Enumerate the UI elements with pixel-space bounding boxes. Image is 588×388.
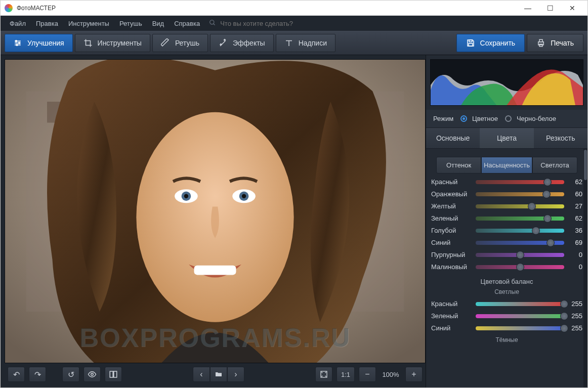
scrollbar[interactable] xyxy=(583,149,587,387)
slider-label: Малиновый xyxy=(431,263,472,271)
actual-size-button[interactable]: 1:1 xyxy=(337,367,355,382)
slider-thumb[interactable] xyxy=(516,251,524,259)
minimize-button[interactable]: — xyxy=(517,1,539,15)
slider-value: 36 xyxy=(568,227,582,234)
tab-effects[interactable]: Эффекты xyxy=(210,34,274,52)
menu-view[interactable]: Вид xyxy=(148,18,169,29)
radio-icon xyxy=(460,115,467,122)
menu-file[interactable]: Файл xyxy=(6,18,30,29)
slider-track[interactable] xyxy=(476,217,564,221)
tab-text[interactable]: Надписи xyxy=(276,34,335,52)
mode-row: Режим Цветное Черно-белое xyxy=(426,110,587,128)
tab-enhancements[interactable]: Улучшения xyxy=(5,34,73,52)
fit-button[interactable] xyxy=(315,367,332,382)
tab-label: Ретушь xyxy=(175,39,199,47)
slider-thumb[interactable] xyxy=(528,202,536,210)
compare-icon xyxy=(109,370,118,379)
tab-colors[interactable]: Цвета xyxy=(480,128,533,149)
slider-thumb[interactable] xyxy=(560,300,568,308)
slider-thumb[interactable] xyxy=(542,190,551,198)
slider-thumb[interactable] xyxy=(547,239,555,247)
search-icon xyxy=(209,19,216,28)
slider-thumb[interactable] xyxy=(560,312,568,320)
print-label: Печать xyxy=(551,39,574,47)
menu-edit[interactable]: Правка xyxy=(32,18,62,29)
slider-value: 255 xyxy=(568,312,582,320)
slider-track[interactable] xyxy=(476,204,564,208)
window-title: ФотоМАСТЕР xyxy=(17,5,517,12)
slider-thumb[interactable] xyxy=(560,324,568,332)
prev-image-button[interactable]: ‹ xyxy=(193,367,210,382)
save-label: Сохранить xyxy=(480,39,516,47)
reset-button[interactable]: ↺ xyxy=(62,367,79,382)
tab-retouch[interactable]: Ретушь xyxy=(152,34,208,52)
subtab-hue[interactable]: Оттенок xyxy=(436,157,481,174)
print-button[interactable]: Печать xyxy=(527,34,583,52)
mode-color-radio[interactable]: Цветное xyxy=(460,115,498,122)
undo-button[interactable]: ↶ xyxy=(8,367,25,382)
slider-track[interactable] xyxy=(476,326,564,330)
slider-value: 62 xyxy=(568,214,582,222)
tab-sharpness[interactable]: Резкость xyxy=(534,128,587,149)
app-logo-icon xyxy=(5,4,13,12)
subtab-saturation[interactable]: Насыщенность xyxy=(481,157,532,174)
zoom-in-button[interactable]: + xyxy=(405,367,423,382)
save-icon xyxy=(466,38,475,48)
slider-value: 255 xyxy=(568,300,582,308)
svg-rect-11 xyxy=(539,39,542,42)
compare-button[interactable] xyxy=(105,367,122,382)
tab-instruments[interactable]: Инструменты xyxy=(75,34,150,52)
wand-icon xyxy=(219,38,228,48)
browse-button[interactable] xyxy=(210,367,227,382)
main-tabs: Основные Цвета Резкость xyxy=(426,128,587,149)
slider-track[interactable] xyxy=(476,253,564,257)
slider-row: Синий69 xyxy=(431,239,582,246)
slider-track[interactable] xyxy=(476,302,564,306)
save-button[interactable]: Сохранить xyxy=(456,34,525,52)
slider-row: Малиновый0 xyxy=(431,263,582,271)
balance-sub-dark: Тёмные xyxy=(431,336,582,343)
slider-row: Желтый27 xyxy=(431,202,582,210)
slider-track[interactable] xyxy=(476,265,564,269)
bottom-toolbar: ↶ ↷ ↺ ‹ › xyxy=(5,363,426,385)
next-image-button[interactable]: › xyxy=(227,367,244,382)
radio-icon xyxy=(505,115,512,122)
menu-retouch[interactable]: Ретушь xyxy=(115,18,146,29)
slider-label: Пурпурный xyxy=(431,251,472,258)
preview-button[interactable] xyxy=(83,367,101,382)
slider-track[interactable] xyxy=(476,192,564,196)
sliders-panel: Оттенок Насыщенность Светлота Красный62О… xyxy=(426,149,587,353)
subtab-lightness[interactable]: Светлота xyxy=(532,157,577,174)
slider-track[interactable] xyxy=(476,314,564,318)
redo-button[interactable]: ↷ xyxy=(29,367,46,382)
maximize-button[interactable]: ☐ xyxy=(539,1,561,15)
slider-thumb[interactable] xyxy=(543,178,552,186)
mode-bw-radio[interactable]: Черно-белое xyxy=(505,115,556,122)
slider-value: 0 xyxy=(568,251,582,258)
slider-value: 62 xyxy=(568,178,582,186)
side-panel: Режим Цветное Черно-белое Основные Цвета… xyxy=(426,55,587,387)
tab-label: Улучшения xyxy=(27,39,64,47)
close-button[interactable]: ✕ xyxy=(561,1,583,15)
slider-track[interactable] xyxy=(476,229,564,233)
slider-row: Красный62 xyxy=(431,178,582,186)
slider-thumb[interactable] xyxy=(516,263,524,271)
slider-label: Зеленый xyxy=(431,312,472,320)
histogram xyxy=(430,59,583,106)
balance-title: Цветовой баланс xyxy=(431,278,582,285)
slider-label: Красный xyxy=(431,300,472,308)
slider-thumb[interactable] xyxy=(543,214,552,223)
slider-label: Зеленый xyxy=(431,214,472,222)
slider-track[interactable] xyxy=(476,180,564,184)
menu-help[interactable]: Справка xyxy=(170,18,204,29)
image-canvas[interactable]: BOXPROGRAMS.RU xyxy=(5,59,426,363)
slider-value: 27 xyxy=(568,202,582,210)
menu-tools[interactable]: Инструменты xyxy=(64,18,113,29)
slider-value: 69 xyxy=(568,239,582,246)
zoom-out-button[interactable]: − xyxy=(359,367,376,382)
search-input[interactable] xyxy=(220,20,321,27)
slider-row: Синий255 xyxy=(431,324,582,332)
tab-basic[interactable]: Основные xyxy=(426,128,480,149)
slider-track[interactable] xyxy=(476,241,564,245)
slider-thumb[interactable] xyxy=(532,227,540,235)
